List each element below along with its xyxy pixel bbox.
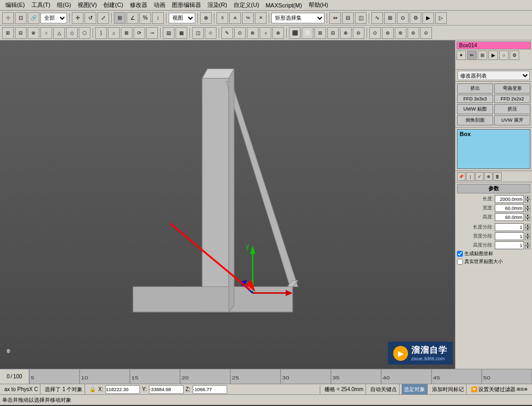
modifier-btn-ffd3[interactable]: FFD 3x3x3 [457,95,493,103]
material-editor-btn[interactable]: ⊙ [397,12,409,24]
spinner-up[interactable]: ▲ [525,196,530,199]
tb2-btn22[interactable]: ⬛ [289,27,301,39]
coord-z-input[interactable] [193,385,227,394]
tb2-btn1[interactable]: ⊞ [2,27,14,39]
3d-snap-btn[interactable]: 3 [217,12,228,24]
add-time-mark[interactable]: 添加时间标记 [430,384,467,394]
link-btn[interactable]: 🔗 [28,12,39,24]
menu-graph-editor[interactable]: 图形编辑器 [169,1,204,10]
make-unique-btn[interactable]: ⊕ [484,172,493,181]
snap-btn[interactable]: ⊞ [114,12,126,24]
menu-view[interactable]: 视图(V) [74,1,101,10]
spinner-down6[interactable]: ▼ [525,246,530,249]
param-length-segs-input[interactable] [495,223,524,231]
spinner-up3[interactable]: ▲ [525,214,530,217]
spinner-up4[interactable]: ▲ [525,224,530,227]
menu-customize[interactable]: 自定义(U) [230,1,262,10]
menu-animation[interactable]: 动画 [151,1,169,10]
object-name-field[interactable]: Box014 [456,41,531,49]
tb2-btn15[interactable]: ◫ [192,27,204,39]
select-region-btn[interactable]: ⊡ [15,12,27,24]
param-width-segs-input[interactable] [495,232,524,240]
tb2-btn30[interactable]: ⊛ [395,27,406,39]
tb2-btn6[interactable]: ◇ [66,27,78,39]
menu-group[interactable]: 组(G) [54,1,74,10]
menu-render[interactable]: 渲染(R) [204,1,230,10]
tb2-btn32[interactable]: ⊝ [420,27,432,39]
param-height-segs-input[interactable] [495,241,524,249]
tb2-btn8[interactable]: ⟆ [95,27,107,39]
tb2-btn31[interactable]: ⊜ [408,27,419,39]
menu-tools[interactable]: 工具(T) [28,1,54,10]
mirror-btn[interactable]: ⇔ [329,12,341,24]
modifier-btn-uwv[interactable]: UWW 贴图 [457,104,493,114]
tb2-btn29[interactable]: ⊚ [382,27,394,39]
param-width-input[interactable] [495,204,524,212]
modifier-list-dropdown[interactable]: 修改器列表 [458,71,530,80]
tb2-btn5[interactable]: △ [53,27,65,39]
move-btn[interactable]: ✛ [72,12,84,24]
menu-create[interactable]: 创建(C) [100,1,126,10]
tb2-btn7[interactable]: ⬡ [79,27,90,39]
modifier-btn-extrude[interactable]: 挤出 [457,83,493,94]
param-height-spinner[interactable]: ▲ ▼ [525,214,530,221]
reference-coord-dropdown[interactable]: 视图 [169,13,195,23]
param-width-spinner[interactable]: ▲ ▼ [525,205,530,212]
tb2-btn14[interactable]: ▦ [176,27,187,39]
tb2-btn3[interactable]: ⊕ [28,27,39,39]
tb2-btn4[interactable]: ○ [40,27,52,39]
gen-map-coords-checkbox[interactable] [457,251,463,257]
spinner-down2[interactable]: ▼ [525,208,530,212]
use-pivot-btn[interactable]: ⊕ [200,12,212,24]
percent-snap-btn[interactable]: % [139,12,151,24]
pin-stack-btn[interactable]: 📌 [457,172,466,181]
param-length-spinner[interactable]: ▲ ▼ [525,196,530,203]
rotate-btn[interactable]: ↺ [85,12,96,24]
coord-x-input[interactable] [105,385,140,394]
named-selection-dropdown[interactable]: 矩形选择集 [271,13,325,23]
layer-btn[interactable]: ◫ [355,12,367,24]
tb2-btn9[interactable]: ⌂ [108,27,120,39]
modifier-btn-bend[interactable]: 弯曲变形 [494,83,530,94]
param-length-segs-spinner[interactable]: ▲ ▼ [525,224,530,231]
modify-panel-btn[interactable]: ✏ [467,50,477,60]
align-btn[interactable]: ⊟ [342,12,354,24]
spinner-down[interactable]: ▼ [525,199,530,203]
selection-filter-dropdown[interactable]: 全部 [40,13,67,23]
tb2-btn16[interactable]: ⊹ [205,27,217,39]
display-panel-btn[interactable]: ○ [499,50,509,60]
viewport[interactable]: + 正交 □ 真实 ] Front [0,40,455,369]
param-height-segs-spinner[interactable]: ▲ ▼ [525,242,530,249]
spinner-up5[interactable]: ▲ [525,233,530,236]
spinner-down5[interactable]: ▼ [525,236,530,240]
tb2-btn18[interactable]: ⊙ [234,27,246,39]
utility-panel-btn[interactable]: ⚙ [510,50,519,60]
modifier-btn-ffd2[interactable]: FFD 2x2x2 [494,95,530,103]
show-result-btn[interactable]: ✓ [475,172,484,181]
render-btn[interactable]: ▶ [422,12,434,24]
timeline-track[interactable]: 5 10 15 20 25 30 35 40 45 50 [29,369,532,384]
tb2-btn19[interactable]: ⊗ [247,27,259,39]
percent-btn2[interactable]: % [242,12,254,24]
tb2-btn28[interactable]: ⊙ [369,27,381,39]
spinner-down3[interactable]: ▼ [525,217,530,221]
select-tool-btn[interactable]: ⊹ [2,12,14,24]
angle-snap-btn[interactable]: ∠ [127,12,138,24]
render-active-btn[interactable]: ▷ [435,12,447,24]
modifier-btn-uvwunwrap[interactable]: UVW 展开 [494,115,530,125]
tb2-btn12[interactable]: ⊸ [146,27,158,39]
modifier-btn-chamfer[interactable]: 倒角剖面 [457,115,493,125]
spinner-up2[interactable]: ▲ [525,205,530,208]
tb2-btn10[interactable]: ⊠ [121,27,132,39]
tb2-btn21[interactable]: ⊕ [272,27,284,39]
modifier-btn-squeeze[interactable]: 挤压 [494,104,530,114]
selected-set-section[interactable]: 选定对象 [402,384,428,394]
tb2-btn13[interactable]: ▤ [163,27,174,39]
create-panel-btn[interactable]: ✦ [456,50,466,60]
tb2-btn26[interactable]: ⊕ [340,27,352,39]
param-length-input[interactable] [495,195,524,203]
spinner-up6[interactable]: ▲ [525,242,530,246]
coord-y-input[interactable] [149,385,184,394]
hierarchy-panel-btn[interactable]: ⊞ [478,50,487,60]
tb2-btn27[interactable]: ⊖ [353,27,364,39]
